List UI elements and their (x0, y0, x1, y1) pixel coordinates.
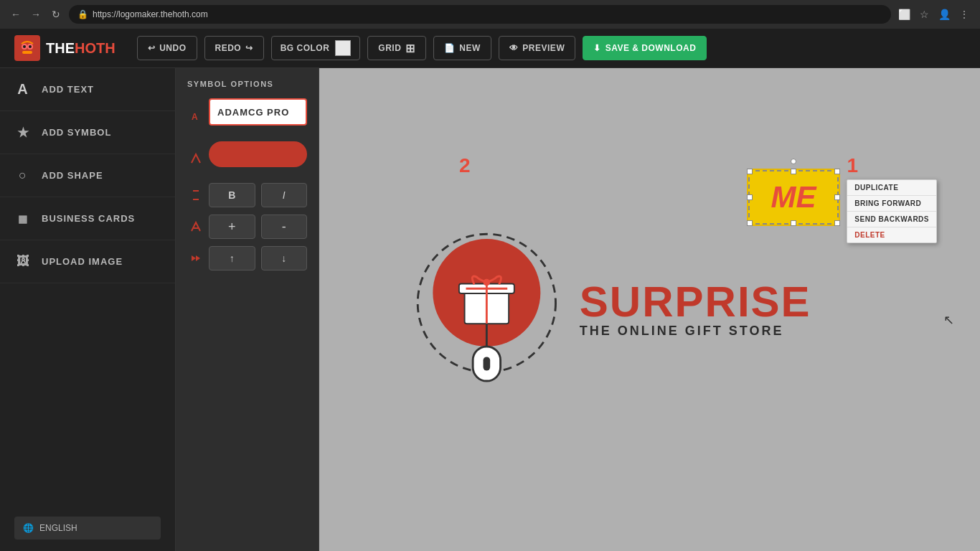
language-selector[interactable]: 🌐 ENGLISH (14, 517, 161, 540)
cards-icon: ▦ (14, 213, 32, 225)
surprise-text: SURPRISE THE ONLINE GIFT STORE (580, 281, 811, 339)
new-button[interactable]: 📄 NEW (433, 36, 491, 60)
align-icon (187, 253, 204, 264)
context-send-backwards[interactable]: SEND BACKWARDS (847, 212, 936, 227)
italic-button[interactable]: I (261, 183, 308, 207)
forward-button[interactable]: → (29, 7, 43, 22)
back-button[interactable]: ← (9, 7, 23, 22)
sidebar-item-label: UPLOAD IMAGE (42, 256, 123, 267)
logo: THEHOTH (14, 35, 116, 61)
redo-button[interactable]: REDO ↪ (204, 36, 264, 60)
url-text: https://logomaker.thehoth.com (93, 9, 208, 19)
resize-handle-br[interactable] (834, 220, 840, 226)
size-icon (187, 221, 204, 232)
badge-1: 1 (847, 154, 858, 177)
sidebar-item-label: BUSINESS CARDS (42, 213, 135, 224)
lightbulb-graphic (407, 220, 565, 400)
grid-button[interactable]: GRID ⊞ (367, 36, 426, 60)
svg-point-13 (483, 278, 490, 286)
undo-button[interactable]: ↩ UNDO (137, 36, 197, 60)
preview-button[interactable]: 👁 PREVIEW (499, 36, 575, 60)
svg-point-4 (23, 45, 26, 48)
resize-handle-bl[interactable] (747, 220, 753, 226)
new-icon: 📄 (444, 43, 456, 53)
url-bar[interactable]: 🔒 https://logomaker.thehoth.com (69, 5, 891, 24)
align-down-button[interactable]: ↓ (261, 246, 308, 270)
resize-handle-tr[interactable] (834, 169, 840, 174)
size-increase-button[interactable]: + (209, 215, 255, 239)
resize-handle-bm[interactable] (791, 220, 796, 226)
sidebar-item-add-text[interactable]: A ADD TEXT (0, 68, 175, 111)
sidebar-item-add-symbol[interactable]: ★ ADD SYMBOL (0, 111, 175, 154)
globe-icon: 🌐 (23, 523, 34, 533)
svg-rect-15 (483, 357, 490, 370)
canvas-area[interactable]: 2 (319, 68, 980, 551)
size-decrease-button[interactable]: - (261, 215, 308, 239)
app: THEHOTH ↩ UNDO REDO ↪ BG COLOR GRID ⊞ 📄 … (0, 29, 980, 551)
save-download-button[interactable]: ⬇ SAVE & DOWNLOAD (583, 36, 707, 60)
logo-text: THEHOTH (46, 40, 116, 57)
sidebar-item-label: ADD TEXT (42, 84, 94, 95)
symbol-panel: SYMBOL OPTIONS A (176, 68, 319, 551)
logo-canvas: SURPRISE THE ONLINE GIFT STORE (407, 220, 811, 400)
main-content: A ADD TEXT ★ ADD SYMBOL ○ ADD SHAPE ▦ BU… (0, 68, 980, 551)
browser-actions: ⬜ ☆ 👤 ⋮ (897, 7, 971, 22)
image-icon: 🖼 (14, 254, 32, 269)
svg-text:A: A (192, 112, 198, 122)
context-bring-forward[interactable]: BRING FORWARD (847, 196, 936, 212)
sidebar-item-add-shape[interactable]: ○ ADD SHAPE (0, 154, 175, 197)
cursor: ↖ (943, 312, 952, 321)
svg-point-5 (29, 45, 32, 48)
eye-icon: 👁 (509, 43, 519, 53)
redo-icon: ↪ (245, 43, 253, 53)
sidebar-item-business-cards[interactable]: ▦ BUSINESS CARDS (0, 197, 175, 240)
sidebar-item-label: ADD SYMBOL (42, 127, 111, 138)
font-selector[interactable] (209, 98, 307, 126)
bg-color-swatch (335, 40, 351, 56)
panel-title: SYMBOL OPTIONS (187, 80, 307, 88)
resize-handle-tl[interactable] (747, 169, 753, 174)
undo-icon: ↩ (148, 43, 156, 53)
svg-rect-3 (22, 51, 32, 54)
badge-2: 2 (459, 154, 471, 177)
color-icon (187, 153, 204, 164)
bookmark-icon[interactable]: ☆ (917, 7, 931, 22)
toolbar: THEHOTH ↩ UNDO REDO ↪ BG COLOR GRID ⊞ 📄 … (0, 29, 980, 68)
selected-me-text: ME (771, 180, 816, 215)
context-menu: DUPLICATE BRING FORWARD SEND BACKWARDS D… (847, 179, 937, 243)
profile-icon[interactable]: 👤 (937, 7, 951, 22)
bold-button[interactable]: B (209, 183, 255, 207)
extensions-icon[interactable]: ⬜ (897, 7, 911, 22)
align-up-button[interactable]: ↑ (209, 246, 255, 270)
circle-icon: ○ (14, 168, 32, 183)
star-icon: ★ (14, 125, 32, 141)
resize-handle-tm[interactable] (791, 169, 796, 174)
logo-icon (14, 35, 40, 61)
font-icon: A (187, 110, 204, 122)
surprise-sub-text: THE ONLINE GIFT STORE (580, 324, 811, 339)
surprise-main-text: SURPRISE (580, 281, 811, 324)
resize-handle-mr[interactable] (834, 194, 840, 200)
menu-icon[interactable]: ⋮ (957, 7, 971, 22)
sidebar: A ADD TEXT ★ ADD SYMBOL ○ ADD SHAPE ▦ BU… (0, 68, 176, 551)
selected-element[interactable]: ME (747, 169, 840, 226)
bg-color-button[interactable]: BG COLOR (271, 36, 361, 60)
sidebar-item-label: ADD SHAPE (42, 170, 103, 181)
rotate-handle[interactable] (791, 159, 796, 164)
browser-chrome: ← → ↻ 🔒 https://logomaker.thehoth.com ⬜ … (0, 0, 980, 29)
grid-icon: ⊞ (405, 42, 415, 55)
style-icon (187, 189, 204, 201)
color-picker-button[interactable] (209, 141, 307, 167)
text-icon: A (14, 81, 32, 98)
context-duplicate[interactable]: DUPLICATE (847, 180, 936, 196)
sidebar-item-upload-image[interactable]: 🖼 UPLOAD IMAGE (0, 240, 175, 283)
refresh-button[interactable]: ↻ (49, 7, 63, 22)
resize-handle-ml[interactable] (747, 194, 753, 200)
context-delete[interactable]: DELETE (847, 227, 936, 242)
download-icon: ⬇ (593, 43, 601, 53)
